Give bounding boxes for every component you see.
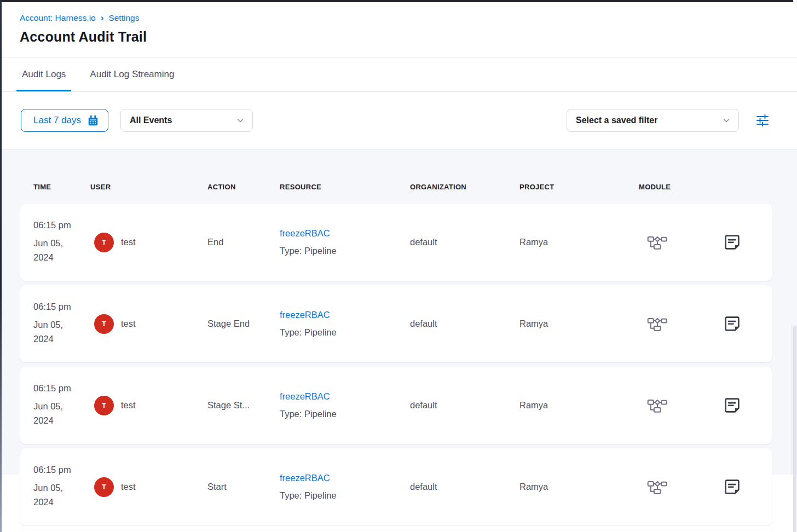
- filter-bar: Last 7 days All Events Select a saved fi…: [0, 92, 797, 149]
- resource-type: Type: Pipeline: [280, 246, 410, 256]
- cell-user: T test: [90, 233, 207, 252]
- tab-audit-log-streaming-label: Audit Log Streaming: [90, 69, 174, 80]
- resource-link[interactable]: freezeRBAC: [280, 310, 330, 320]
- table-row: 06:15 pm Jun 05, 2024 T test Stage End f…: [20, 285, 772, 362]
- cell-organization: default: [410, 237, 519, 247]
- page-title: Account Audit Trail: [20, 29, 777, 45]
- resource-link[interactable]: freezeRBAC: [280, 228, 330, 239]
- table-rows: 06:15 pm Jun 05, 2024 T test End freezeR…: [0, 191, 797, 532]
- cell-user: T test: [90, 396, 207, 415]
- sliders-icon: [755, 113, 770, 128]
- table-row: 06:15 pm Jun 05, 2024 T test End freezeR…: [20, 204, 772, 281]
- cell-organization: default: [410, 482, 519, 492]
- scrollbar-track[interactable]: [792, 325, 797, 475]
- breadcrumb-link-account[interactable]: Account: Harness.io: [20, 13, 96, 23]
- cell-resource: freezeRBAC Type: Pipeline: [280, 391, 410, 419]
- cell-organization: default: [410, 400, 519, 410]
- cell-organization: default: [410, 319, 519, 329]
- user-name: test: [121, 319, 136, 329]
- saved-filter-value: Select a saved filter: [576, 115, 657, 125]
- scrollbar-thumb[interactable]: [793, 326, 796, 532]
- cell-notes: [715, 396, 759, 415]
- cell-user: T test: [90, 477, 207, 497]
- cell-project: Ramya: [519, 319, 639, 329]
- tabs-bar: Audit Logs Audit Log Streaming: [0, 57, 797, 92]
- breadcrumb-chevron-icon: ›: [101, 13, 104, 22]
- col-header-user: USER: [90, 183, 207, 191]
- table-header-row: TIME USER ACTION RESOURCE ORGANIZATION P…: [0, 149, 797, 191]
- resource-type: Type: Pipeline: [280, 327, 410, 338]
- cell-action: End: [207, 237, 280, 247]
- date-value: Jun 05, 2024: [33, 236, 77, 264]
- avatar: T: [94, 314, 114, 334]
- notes-button[interactable]: [723, 314, 742, 333]
- cell-time: 06:15 pm Jun 05, 2024: [33, 302, 90, 346]
- breadcrumb-link-settings[interactable]: Settings: [108, 13, 139, 23]
- cell-resource: freezeRBAC Type: Pipeline: [280, 310, 410, 338]
- note-icon: [724, 478, 741, 495]
- avatar: T: [94, 477, 114, 497]
- cell-user: T test: [90, 314, 207, 334]
- cell-resource: freezeRBAC Type: Pipeline: [280, 228, 410, 256]
- cell-time: 06:15 pm Jun 05, 2024: [33, 220, 90, 264]
- cell-module: [639, 316, 715, 332]
- table-row: 06:15 pm Jun 05, 2024 T test Stage St...…: [20, 367, 772, 444]
- pipeline-module-icon: [647, 397, 715, 413]
- note-icon: [724, 397, 741, 414]
- saved-filter-select[interactable]: Select a saved filter: [567, 109, 739, 132]
- user-name: test: [121, 400, 136, 410]
- cell-action: Start: [207, 482, 280, 492]
- cell-module: [639, 479, 715, 495]
- date-value: Jun 05, 2024: [33, 317, 77, 346]
- cell-time: 06:15 pm Jun 05, 2024: [33, 383, 90, 427]
- tab-audit-logs-label: Audit Logs: [22, 69, 66, 80]
- events-select[interactable]: All Events: [120, 109, 253, 132]
- col-header-module: MODULE: [639, 183, 715, 191]
- resource-type: Type: Pipeline: [280, 490, 410, 501]
- cell-notes: [715, 477, 759, 496]
- notes-button[interactable]: [723, 477, 742, 496]
- time-value: 06:15 pm: [33, 383, 90, 394]
- cell-action: Stage St...: [207, 400, 280, 410]
- window-frame-left: [0, 0, 2, 532]
- cell-resource: freezeRBAC Type: Pipeline: [280, 473, 410, 501]
- tab-audit-logs[interactable]: Audit Logs: [20, 57, 68, 91]
- col-header-project: PROJECT: [519, 183, 639, 191]
- cell-action: Stage End: [207, 319, 280, 329]
- avatar: T: [94, 233, 114, 252]
- note-icon: [724, 315, 741, 332]
- col-header-action: ACTION: [207, 183, 280, 191]
- resource-link[interactable]: freezeRBAC: [280, 473, 330, 483]
- col-header-resource: RESOURCE: [280, 183, 410, 191]
- resource-link[interactable]: freezeRBAC: [280, 391, 330, 402]
- time-value: 06:15 pm: [33, 302, 90, 312]
- cell-project: Ramya: [519, 237, 639, 247]
- time-value: 06:15 pm: [33, 465, 90, 475]
- time-value: 06:15 pm: [33, 220, 90, 230]
- filter-sliders-button[interactable]: [753, 111, 772, 130]
- window-frame-top: [0, 0, 793, 2]
- cell-notes: [715, 233, 759, 252]
- date-value: Jun 05, 2024: [33, 481, 77, 509]
- pipeline-module-icon: [647, 479, 715, 495]
- chevron-down-icon: [722, 116, 731, 125]
- cell-notes: [715, 314, 759, 333]
- pipeline-module-icon: [647, 316, 715, 332]
- tab-audit-log-streaming[interactable]: Audit Log Streaming: [88, 57, 176, 91]
- user-name: test: [121, 237, 136, 247]
- date-range-label: Last 7 days: [33, 115, 81, 126]
- cell-project: Ramya: [519, 482, 639, 492]
- notes-button[interactable]: [723, 396, 742, 415]
- user-name: test: [121, 482, 136, 492]
- date-range-button[interactable]: Last 7 days: [21, 109, 108, 132]
- resource-type: Type: Pipeline: [280, 409, 410, 419]
- notes-button[interactable]: [723, 233, 742, 252]
- events-select-value: All Events: [130, 115, 172, 125]
- audit-table: TIME USER ACTION RESOURCE ORGANIZATION P…: [0, 149, 797, 475]
- breadcrumb: Account: Harness.io › Settings: [20, 13, 777, 23]
- cell-module: [639, 397, 715, 413]
- calendar-icon: [87, 114, 99, 126]
- pipeline-module-icon: [647, 234, 715, 250]
- chevron-down-icon: [236, 116, 245, 125]
- table-row-partial: [20, 530, 772, 532]
